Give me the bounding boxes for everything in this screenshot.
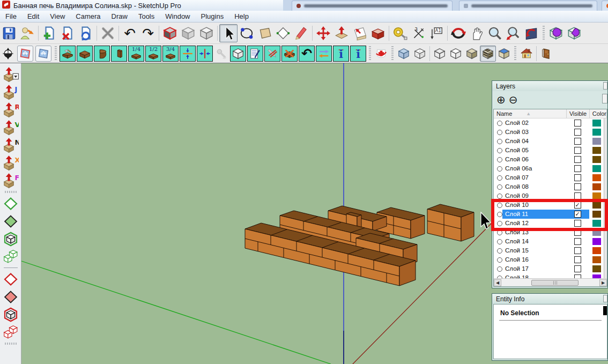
layer-radio[interactable] xyxy=(497,184,502,190)
scroll-left-icon[interactable]: ◀ xyxy=(494,279,501,286)
layer-color-swatch[interactable] xyxy=(592,174,601,181)
layer-visible-checkbox[interactable] xyxy=(574,174,581,181)
menu-camera[interactable]: Camera xyxy=(70,11,106,23)
layer-visible-checkbox[interactable] xyxy=(574,247,581,254)
layer-visible-checkbox[interactable] xyxy=(574,120,581,127)
menu-draw[interactable]: Draw xyxy=(106,11,133,23)
delete-x-button[interactable] xyxy=(99,24,117,42)
redo-button[interactable]: ↷ xyxy=(139,24,157,42)
axes-tool-button[interactable]: 3 xyxy=(409,24,427,42)
pushpull-j-button[interactable]: J xyxy=(2,83,19,101)
swap-arrows-button[interactable] xyxy=(316,46,332,62)
menu-window[interactable]: Window xyxy=(160,11,195,23)
rectangle-tool-button[interactable] xyxy=(256,24,274,42)
cube-shaded-button[interactable] xyxy=(464,46,480,62)
cube-monochrome-button[interactable] xyxy=(496,46,512,62)
user-export-button[interactable] xyxy=(18,24,36,42)
page-refresh-button[interactable] xyxy=(77,24,95,42)
vertical-scrollbar[interactable] xyxy=(604,118,607,278)
layer-visible-checkbox[interactable] xyxy=(574,129,581,136)
diamond-fill-red-button[interactable] xyxy=(2,288,19,306)
pushpull-n-button[interactable]: N xyxy=(2,136,19,154)
menu-plugins[interactable]: Plugins xyxy=(196,11,229,23)
layer-row[interactable]: Слой 03 xyxy=(494,128,607,137)
layer-visible-checkbox[interactable] xyxy=(574,256,581,263)
compass-button[interactable] xyxy=(0,46,16,62)
layer-row[interactable]: Слой 07 xyxy=(494,173,607,182)
layer-row[interactable]: Слой 15 xyxy=(494,246,607,255)
layer-radio[interactable] xyxy=(497,157,502,162)
panel-detail-button[interactable] xyxy=(603,295,607,302)
box-red-button[interactable] xyxy=(161,24,179,42)
circle-tool-button[interactable] xyxy=(238,24,256,42)
diamond-outline-red-button[interactable] xyxy=(2,270,19,288)
tape-measure-tool-button[interactable] xyxy=(391,24,409,42)
cube-textured-button[interactable] xyxy=(480,46,496,62)
layer-radio[interactable] xyxy=(497,166,502,172)
layer-color-swatch[interactable] xyxy=(592,247,601,254)
brick-cross-button[interactable] xyxy=(281,46,298,62)
layer-radio[interactable] xyxy=(497,175,502,181)
center-arrows-button[interactable] xyxy=(197,46,213,62)
layer-visible-checkbox[interactable] xyxy=(574,138,581,145)
cube-back-edges-button[interactable] xyxy=(412,46,428,62)
layer-color-swatch[interactable] xyxy=(592,265,601,272)
layer-row[interactable]: Слой 02 xyxy=(494,118,607,128)
menu-view[interactable]: View xyxy=(45,11,70,23)
cube-xray-button[interactable] xyxy=(396,46,412,62)
layer-row[interactable]: Слой 05 xyxy=(494,146,607,155)
door-button[interactable] xyxy=(538,46,554,62)
diamond-fill-green-button[interactable] xyxy=(2,212,19,230)
layer-row[interactable]: Слой 14 xyxy=(494,237,607,246)
orbit-tool-button[interactable] xyxy=(449,24,468,42)
cubes-red-button[interactable] xyxy=(2,323,19,341)
previous-view-button[interactable] xyxy=(522,24,540,42)
column-header-color[interactable]: Color xyxy=(590,109,607,118)
diamond-outline-green-button[interactable] xyxy=(2,195,19,212)
cubes-green-button[interactable] xyxy=(2,248,19,265)
polygon-tool-button[interactable] xyxy=(274,24,292,42)
cube-hex-red-button[interactable] xyxy=(2,306,19,323)
layer-radio[interactable] xyxy=(497,257,502,263)
undo-button[interactable]: ↶ xyxy=(121,24,139,42)
layer-color-swatch[interactable] xyxy=(592,165,601,172)
layer-row[interactable]: Слой 08 xyxy=(494,182,607,191)
layer-color-swatch[interactable] xyxy=(592,138,601,145)
page-add-button[interactable] xyxy=(40,24,58,42)
layer-color-swatch[interactable] xyxy=(592,129,601,136)
layer-color-swatch[interactable] xyxy=(592,183,601,190)
info-i2-button[interactable]: i xyxy=(350,46,366,62)
zoom-extents-button[interactable] xyxy=(504,24,522,42)
panel-detail-button[interactable] xyxy=(603,82,607,90)
house-button[interactable] xyxy=(518,46,535,62)
brick-full-button[interactable] xyxy=(77,46,93,62)
scrollbar-thumb[interactable] xyxy=(531,280,579,286)
layer-color-swatch[interactable] xyxy=(592,120,601,127)
layer-radio[interactable] xyxy=(497,139,502,144)
layer-color-swatch[interactable] xyxy=(592,256,601,263)
layer-color-swatch[interactable] xyxy=(592,147,601,154)
layer-visible-checkbox[interactable] xyxy=(574,165,581,172)
save-button[interactable] xyxy=(0,24,18,42)
layer-radio[interactable] xyxy=(497,266,502,272)
tool-cross-button[interactable] xyxy=(264,46,280,62)
delete-layer-button[interactable]: ⊖ xyxy=(509,94,518,105)
pushpull-dropdown-button[interactable] xyxy=(2,65,19,83)
brick-fraction-button[interactable]: 3/4 xyxy=(162,46,179,62)
section-plane-button[interactable] xyxy=(17,46,33,62)
pushpull-r-button[interactable]: R xyxy=(2,101,19,118)
wire-box-button[interactable] xyxy=(230,46,246,62)
zoom-tool-button[interactable] xyxy=(486,24,504,42)
box-gray-button[interactable] xyxy=(179,24,197,42)
cube-hidden-line-button[interactable] xyxy=(448,46,464,62)
section-display-button[interactable] xyxy=(35,46,51,62)
pushpull-x-button[interactable]: X xyxy=(2,154,19,172)
layer-color-swatch[interactable] xyxy=(592,156,601,163)
layer-radio[interactable] xyxy=(497,130,502,135)
move-tool-button[interactable] xyxy=(314,24,332,42)
menu-help[interactable]: Help xyxy=(229,11,254,23)
xray-sphere-b-button[interactable] xyxy=(565,24,583,42)
brick-half-button[interactable] xyxy=(94,46,110,62)
menu-file[interactable]: File xyxy=(0,11,22,23)
height-arrows-button[interactable] xyxy=(180,46,196,62)
